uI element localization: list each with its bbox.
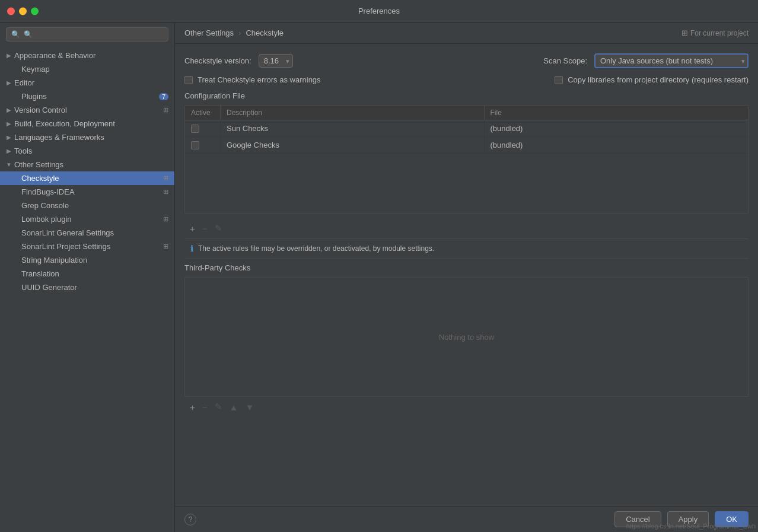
version-select-wrapper[interactable]: 8.16 xyxy=(259,54,293,68)
findbugs-icon: ⊞ xyxy=(163,188,168,196)
copy-libraries-label: Copy libraries from project directory (r… xyxy=(568,75,749,84)
remove-config-button[interactable]: − xyxy=(199,222,211,235)
config-toolbar: + − ✎ xyxy=(184,218,749,238)
maximize-button[interactable] xyxy=(31,7,39,15)
table-empty-area xyxy=(185,154,748,213)
breadcrumb-parent[interactable]: Other Settings xyxy=(184,28,234,37)
treat-warnings-checkbox-label[interactable]: Treat Checkstyle errors as warnings xyxy=(184,75,321,84)
sidebar-item-label: SonarLint General Settings xyxy=(21,228,114,237)
add-config-button[interactable]: + xyxy=(187,222,198,235)
cell-file-1: (bundled) xyxy=(485,120,749,136)
row2-checkbox[interactable] xyxy=(191,141,199,149)
plugins-badge: 7 xyxy=(159,93,168,100)
sidebar-item-label: Editor xyxy=(14,78,34,87)
col-description: Description xyxy=(221,106,485,120)
sidebar-item-lombok[interactable]: Lombok plugin ⊞ xyxy=(0,212,174,226)
expand-arrow-icon: ▼ xyxy=(5,161,13,169)
watermark: https://blog.csdn.net/Soul_Programmer_Sw… xyxy=(626,523,756,530)
sidebar: 🔍 ▶ Appearance & Behavior Keymap ▶ Edito… xyxy=(0,23,175,532)
edit-third-party-button[interactable]: ✎ xyxy=(212,400,225,413)
expand-arrow-icon: ▶ xyxy=(5,79,13,87)
content-body: Checkstyle version: 8.16 Scan Scope: Onl… xyxy=(175,44,758,506)
cell-file-2: (bundled) xyxy=(485,137,749,153)
titlebar: Preferences xyxy=(0,0,758,23)
search-box[interactable]: 🔍 xyxy=(6,27,168,42)
sidebar-item-label: Translation xyxy=(21,269,59,278)
treat-warnings-checkbox[interactable] xyxy=(184,76,193,84)
table-row: Sun Checks (bundled) xyxy=(185,120,748,137)
copy-libraries-checkbox-label[interactable]: Copy libraries from project directory (r… xyxy=(555,75,749,84)
sidebar-item-grep-console[interactable]: Grep Console xyxy=(0,199,174,212)
vcs-icon: ⊞ xyxy=(163,106,168,114)
sidebar-item-version-control[interactable]: ▶ Version Control ⊞ xyxy=(0,103,174,117)
edit-config-button[interactable]: ✎ xyxy=(212,222,225,235)
sidebar-item-findbugs[interactable]: FindBugs-IDEA ⊞ xyxy=(0,185,174,199)
table-row: Google Checks (bundled) xyxy=(185,137,748,154)
for-project-label: ⊞ For current project xyxy=(681,28,749,37)
help-button[interactable]: ? xyxy=(184,514,196,525)
third-party-section: Third-Party Checks Nothing to show + − ✎… xyxy=(184,263,749,417)
sidebar-item-label: Version Control xyxy=(14,106,67,114)
sidebar-item-appearance[interactable]: ▶ Appearance & Behavior xyxy=(0,49,174,62)
table-header: Active Description File xyxy=(185,106,748,120)
third-party-title: Third-Party Checks xyxy=(184,263,749,272)
breadcrumb-current: Checkstyle xyxy=(246,28,284,37)
third-party-table: Nothing to show xyxy=(184,277,749,397)
col-file: File xyxy=(485,106,749,120)
remove-third-party-button[interactable]: − xyxy=(199,401,211,413)
sidebar-item-label: Appearance & Behavior xyxy=(14,51,95,60)
cell-active-2[interactable] xyxy=(185,137,221,153)
sidebar-item-string-manipulation[interactable]: String Manipulation xyxy=(0,253,174,267)
version-label: Checkstyle version: xyxy=(184,56,251,65)
sidebar-item-editor[interactable]: ▶ Editor xyxy=(0,76,174,90)
sidebar-item-label: String Manipulation xyxy=(21,256,87,265)
info-bar: ℹ The active rules file may be overridde… xyxy=(184,238,749,259)
breadcrumb-separator: › xyxy=(238,28,241,37)
col-active: Active xyxy=(185,106,221,120)
sidebar-item-languages[interactable]: ▶ Languages & Frameworks xyxy=(0,130,174,144)
checkbox-row: Treat Checkstyle errors as warnings Copy… xyxy=(184,75,749,84)
expand-arrow-icon: ▶ xyxy=(5,147,13,155)
add-third-party-button[interactable]: + xyxy=(187,401,198,413)
sidebar-item-build[interactable]: ▶ Build, Execution, Deployment xyxy=(0,117,174,130)
down-third-party-button[interactable]: ▼ xyxy=(242,401,257,413)
nav-tree: ▶ Appearance & Behavior Keymap ▶ Editor … xyxy=(0,46,174,297)
third-party-toolbar: + − ✎ ▲ ▼ xyxy=(184,397,749,417)
minimize-button[interactable] xyxy=(19,7,27,15)
expand-arrow-icon: ▶ xyxy=(5,133,13,142)
window-title: Preferences xyxy=(358,7,400,15)
expand-arrow-icon: ▶ xyxy=(5,52,13,60)
info-message: The active rules file may be overridden,… xyxy=(198,244,434,253)
lombok-icon: ⊞ xyxy=(163,215,168,223)
cell-active-1[interactable] xyxy=(185,120,221,136)
sidebar-item-sonarlint-general[interactable]: SonarLint General Settings xyxy=(0,226,174,240)
project-icon: ⊞ xyxy=(681,28,688,37)
scan-scope-label: Scan Scope: xyxy=(543,56,587,65)
sidebar-item-other-settings[interactable]: ▼ Other Settings xyxy=(0,158,174,171)
sidebar-item-label: UUID Generator xyxy=(21,283,77,292)
copy-libraries-checkbox[interactable] xyxy=(555,76,563,84)
checkstyle-icon: ⊞ xyxy=(163,174,168,182)
sidebar-item-label: Checkstyle xyxy=(21,174,59,183)
config-file-title: Configuration File xyxy=(184,91,749,100)
sidebar-item-label: Languages & Frameworks xyxy=(14,133,104,142)
sidebar-item-translation[interactable]: Translation xyxy=(0,267,174,281)
scan-scope-select-wrapper[interactable]: Only Java sources (but not tests) xyxy=(594,53,749,68)
sidebar-item-label: Plugins xyxy=(21,92,47,101)
up-third-party-button[interactable]: ▲ xyxy=(227,401,241,413)
close-button[interactable] xyxy=(7,7,15,15)
scan-scope-select[interactable]: Only Java sources (but not tests) xyxy=(594,53,749,68)
expand-arrow-icon: ▶ xyxy=(5,120,13,128)
version-select[interactable]: 8.16 xyxy=(259,54,293,68)
sidebar-item-plugins[interactable]: Plugins 7 xyxy=(0,90,174,103)
search-icon: 🔍 xyxy=(11,30,20,39)
nothing-to-show: Nothing to show xyxy=(185,278,748,396)
info-icon: ℹ xyxy=(190,244,193,253)
sidebar-item-sonarlint-project[interactable]: SonarLint Project Settings ⊞ xyxy=(0,240,174,253)
sidebar-item-checkstyle[interactable]: Checkstyle ⊞ xyxy=(0,171,174,185)
search-input[interactable] xyxy=(24,30,163,39)
sidebar-item-tools[interactable]: ▶ Tools xyxy=(0,144,174,158)
sidebar-item-keymap[interactable]: Keymap xyxy=(0,62,174,76)
row1-checkbox[interactable] xyxy=(191,125,199,133)
sidebar-item-uuid-generator[interactable]: UUID Generator xyxy=(0,281,174,294)
